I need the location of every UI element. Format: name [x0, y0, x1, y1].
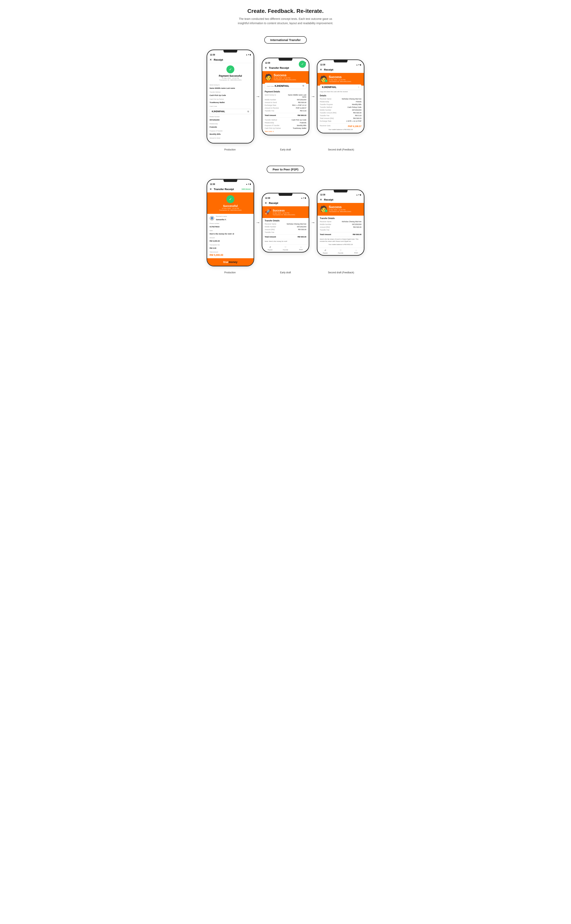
wifi-icon: ▾ [358, 64, 360, 66]
detail-label: Total Amount (RM) [320, 117, 339, 119]
detail-value: 0972252293 [339, 223, 361, 225]
success-row: 🚀 Success 16 Apr 2022 · 12:34 PM Transac… [265, 209, 306, 216]
kjhdn-code-box: KJHDNFHAL ↑ [320, 85, 361, 90]
detail-note: Note Here's the money for rent! :D [210, 230, 251, 235]
phones-labels-p2p: Production Early draft Second draft (Fee… [194, 270, 377, 274]
detail-label: Cash Pick Up Partner [265, 127, 284, 129]
person-illus-icon: 🧑 [265, 74, 272, 80]
close-icon[interactable]: ✕ [210, 188, 212, 191]
detail-value: RM 500.00 [284, 228, 306, 231]
app-bar-p2p-prod: ✕ Transfer Receipt 100% Secure [207, 186, 253, 192]
success-date: 16 Apr 2022 · 12:34 PM [329, 209, 361, 211]
success-title: Payment Successful [210, 74, 251, 77]
detail-row: Exchange Rate RM 1 = PHP 12.12 [265, 104, 306, 106]
detail-row: Relationship Fraiends [265, 122, 306, 124]
copy-icon-early[interactable]: ⧉ [302, 85, 304, 87]
purpose-value: Monthly Bills [210, 133, 221, 135]
check-overlay-icon: ✓ [325, 209, 327, 212]
phone-content-prod: Send money to Name Middle name Last name… [207, 82, 253, 143]
detail-label: Transfer Fee [265, 110, 284, 112]
detail-label: Mobile Number [320, 109, 339, 111]
nav-favorite[interactable]: ♡ Favorite [278, 246, 293, 251]
time: 12:30 [210, 54, 215, 56]
caption-p2p-production: Production [206, 271, 254, 274]
section-label-p2p: Peer to Peer (P2P) [267, 166, 304, 173]
share-icon[interactable]: ↑ [358, 86, 359, 89]
caption-production: Production [206, 148, 254, 151]
app-bar-title: Receipt [269, 202, 278, 205]
paper-plane-icon: 🚀 [265, 209, 271, 215]
detail-label: Amount to Send [265, 102, 284, 103]
nav-favorite[interactable]: ♡ Favorite [333, 249, 348, 254]
nav-repeat-label: Repeat [323, 252, 327, 254]
section-international-transfer: International Transfer 12:30 ▲ ▾ ▮ ✕ Rec… [194, 31, 377, 151]
detail-row: Total Amount (RM) RM 500.03 [320, 117, 361, 119]
nav-repeat[interactable]: ↺ Repeat [262, 246, 278, 251]
receiver-value: Samantha Y. [216, 219, 227, 220]
app-bar-title: Receipt [324, 68, 333, 71]
tx-fee-label: Transaction fee [210, 244, 251, 246]
success-text-block: Success 16 Apr 2022 · 12:34 PM Transacti… [273, 209, 295, 216]
mobile-value: 0972252293 [210, 119, 219, 121]
close-icon[interactable]: ✕ [320, 68, 322, 71]
p2p-early-success-area: 🚀 Success 16 Apr 2022 · 12:34 PM Transac… [262, 206, 309, 218]
arrow-p2p-2: → [309, 220, 317, 225]
cash-code-label-early: Cash Code [267, 86, 274, 87]
close-icon[interactable]: ✕ [265, 202, 267, 205]
success-date: 16 Apr 2022 · 12:34 PM [273, 212, 295, 214]
detail-value: RM 1 = PHP 12.12 [284, 104, 306, 106]
nav-share-label: Share [354, 252, 358, 254]
success-info: Success 16 Apr 2022 · 12:34 PM Transacti… [329, 205, 361, 213]
app-bar-prod: ✕ Receipt [207, 57, 253, 63]
note-long-text: Here's the fair share of lunch in Grand … [320, 238, 361, 242]
detail-label: Purpose of Transfer [265, 125, 284, 126]
detail-value: Monthly Bills [284, 125, 306, 126]
see-less-button[interactable]: See Less ∧ [265, 131, 306, 132]
time: 12:30 [320, 194, 326, 196]
brand-footer: truemoney [207, 258, 253, 266]
cash-code-inner: Cash Code KJHDNFHAL [267, 84, 289, 88]
p2p-second-content: Transfer Details Receiver Name Nicholas … [318, 216, 364, 248]
detail-label: Relationship [320, 101, 339, 103]
transfer-details-title: Transfer Details [265, 220, 306, 222]
kjhdn-value: KJHDNFHAL [322, 86, 336, 89]
receiver-gets-value: PHP 6,108.57 [348, 125, 361, 128]
phone-row-intl: 12:30 ▲ ▾ ▮ ✕ Receipt ✓ Payment Successf… [194, 49, 377, 143]
time: 12:30 [265, 62, 270, 64]
detail-value: Name Middle name Last name [284, 94, 306, 98]
mobile-label: Mobile Number [210, 116, 251, 117]
detail-label: Transfer Fee [320, 229, 339, 231]
close-icon[interactable]: ✕ [265, 66, 267, 69]
section-label-intl: International Transfer [264, 36, 307, 44]
illus-container: 🧑 [265, 74, 272, 80]
share-icon: ↑ [355, 249, 356, 251]
page-subtitle: The team conducted two different concept… [236, 17, 335, 26]
amount-label: Amount to Send [210, 137, 251, 139]
nav-repeat[interactable]: ↺ Repeat [318, 249, 333, 254]
success-circle-icon: ✓ [227, 195, 235, 203]
status-bar: 12:30 ▲ ▾ ▮ [318, 192, 364, 197]
nav-share[interactable]: ↑ Share [348, 249, 364, 254]
close-icon[interactable]: ✕ [320, 198, 322, 201]
note-value: Here's the money for rent! :D [210, 233, 234, 235]
detail-value: Nicholas Cheong Wai Kee [284, 223, 306, 225]
note-label: Note [210, 230, 251, 231]
status-icons: ▲ ▾ ▮ [356, 194, 361, 196]
receipt-header: 🧑 ✓ Success 16 Apr 2022 · 12:34 PM Trans… [318, 73, 364, 86]
success-date: 12 Mar 2022 · 12:34 PM [210, 77, 251, 79]
copy-icon[interactable]: ⧉ [247, 110, 249, 113]
detail-cash-code: Cash Code KJHDNFHAL ⧉ [210, 105, 251, 114]
caption-p2p-early-draft: Early draft [262, 271, 309, 274]
detail-relationship: Relationship Fraiends [210, 123, 251, 128]
detail-label: Receiver Name [320, 98, 339, 100]
nav-share[interactable]: ↑ Share [293, 246, 309, 251]
success-date: 16 Apr 2022 · 12:34 PM [273, 77, 306, 79]
detail-row: Transfer Purpose Monthly Bills [320, 103, 361, 105]
phones-labels-intl: Production Early draft Second draft (Fee… [194, 147, 377, 151]
details-title: Details [320, 94, 361, 97]
signal-icon: ▲ [246, 54, 248, 56]
status-icons: ▲ ▾ ▮ [356, 64, 361, 66]
detail-value: RM 500.00 [339, 112, 361, 114]
close-icon[interactable]: ✕ [210, 58, 212, 61]
total-row: Total Amount RM 500.03 [265, 114, 306, 116]
